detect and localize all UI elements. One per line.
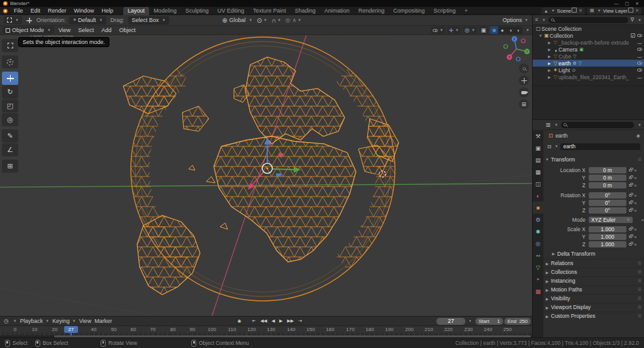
axis-neg-z-ball[interactable] bbox=[516, 57, 520, 61]
tab-compositing[interactable]: Compositing bbox=[389, 7, 429, 15]
next-keyframe-button[interactable]: ▶▶ bbox=[285, 318, 296, 325]
timeline-marker-menu[interactable]: Marker bbox=[94, 318, 112, 324]
show-overlays-toggle[interactable]: ◎ ▼ bbox=[463, 26, 477, 34]
view-layer-name[interactable]: View Layer bbox=[603, 8, 628, 14]
tool-cursor[interactable]: + bbox=[2, 55, 18, 68]
modifier-wrench-icon[interactable]: ⚙ bbox=[572, 61, 576, 66]
minimize-button[interactable]: — bbox=[614, 1, 619, 6]
viewport-menu-select[interactable]: Select bbox=[75, 27, 97, 33]
tab-shading[interactable]: Shading bbox=[291, 7, 320, 15]
pivot-point-dropdown[interactable]: ⊙ ▼ bbox=[257, 17, 267, 24]
object-type-visibility-dropdown[interactable]: ▼ bbox=[431, 26, 445, 34]
add-workspace-button[interactable]: + bbox=[460, 7, 472, 15]
object-name[interactable]: Camera bbox=[558, 46, 577, 53]
object-name[interactable]: _backup-earth-before extrude_clean_up bbox=[558, 40, 629, 46]
jump-to-end-button[interactable]: ⇥ bbox=[296, 318, 304, 325]
tab-scripting[interactable]: Scripting bbox=[429, 7, 460, 15]
viewport-menu-object[interactable]: Object bbox=[116, 27, 138, 33]
tab-render[interactable]: ▣ bbox=[533, 142, 543, 154]
panel-viewport-display[interactable]: ▶Viewport Display☰ bbox=[543, 303, 644, 311]
value-field[interactable]: 0° bbox=[589, 207, 626, 214]
mesh-data-icon[interactable]: ▽ bbox=[579, 61, 582, 66]
transform-panel-header[interactable]: ▼ Transform ☰ bbox=[543, 155, 644, 163]
active-tool-selector[interactable]: ▼ bbox=[4, 16, 22, 24]
tab-uv-editing[interactable]: UV Editing bbox=[213, 7, 249, 15]
panel-relations[interactable]: ▶Relations☰ bbox=[543, 259, 644, 267]
disclosure-icon[interactable]: ▶ bbox=[547, 47, 552, 52]
navigation-gizmo[interactable]: Z Y X bbox=[504, 36, 530, 61]
tab-texture-paint[interactable]: Texture Paint bbox=[248, 7, 291, 15]
lock-icon[interactable] bbox=[629, 236, 632, 238]
shading-solid-button[interactable]: ● bbox=[498, 26, 506, 34]
filter-funnel-icon[interactable]: ∇ bbox=[631, 17, 634, 23]
shading-material-button[interactable]: ◑ bbox=[506, 26, 514, 34]
tab-modifiers[interactable]: ⚙ bbox=[533, 214, 543, 226]
tab-scene[interactable]: ◫ bbox=[533, 178, 543, 190]
tab-particles[interactable]: ✱ bbox=[533, 226, 543, 237]
disclosure-icon[interactable]: ▶ bbox=[547, 68, 552, 72]
transform-orientation-dropdown[interactable]: ⊕ Global ▼ bbox=[222, 17, 252, 24]
shading-wireframe-button[interactable]: ⊕ bbox=[490, 26, 498, 34]
lock-icon[interactable] bbox=[629, 194, 632, 197]
snap-controls[interactable]: ∩ ▼ bbox=[272, 17, 281, 24]
value-field[interactable]: 0° bbox=[589, 200, 626, 206]
scene-selector[interactable]: ▲ ▼ Scene ✕ bbox=[541, 8, 585, 14]
options-dropdown[interactable]: Options ▼ bbox=[502, 17, 528, 23]
display-mode-icon[interactable]: ≡ bbox=[535, 17, 538, 23]
lock-icon[interactable] bbox=[629, 169, 632, 171]
perspective-toggle-button[interactable]: ⊞ bbox=[519, 99, 529, 109]
disclosure-icon[interactable]: ▶ bbox=[547, 75, 552, 79]
object-name[interactable]: Cube bbox=[558, 53, 571, 60]
unlink-scene-icon[interactable]: ✕ bbox=[579, 8, 582, 13]
remove-layer-icon[interactable]: ✕ bbox=[635, 8, 639, 13]
menu-file[interactable]: File bbox=[10, 7, 27, 15]
panel-visibility[interactable]: ▶Visibility☰ bbox=[543, 294, 644, 302]
stopwatch-icon[interactable]: ◔ bbox=[468, 318, 471, 324]
tool-transform[interactable]: ◎ bbox=[2, 113, 18, 126]
panel-instancing[interactable]: ▶Instancing☰ bbox=[543, 276, 644, 285]
animate-dot-icon[interactable] bbox=[635, 244, 636, 246]
animate-dot-icon[interactable] bbox=[635, 229, 636, 231]
play-reverse-button[interactable]: ◀ bbox=[270, 318, 277, 325]
animate-dot-icon[interactable] bbox=[635, 195, 636, 197]
animate-dot-icon[interactable] bbox=[635, 177, 636, 179]
tool-add-cube[interactable]: ⊞ bbox=[2, 160, 18, 173]
tool-annotate[interactable]: ✎ bbox=[2, 129, 18, 143]
value-field[interactable]: 0 m bbox=[589, 175, 626, 181]
viewport-menu-view[interactable]: View bbox=[55, 27, 74, 33]
shading-rendered-button[interactable]: ◐ bbox=[514, 26, 523, 34]
eye-icon[interactable] bbox=[637, 34, 642, 37]
breadcrumb-object-name[interactable]: earth bbox=[555, 133, 567, 139]
proportional-editing-controls[interactable]: ◎ ∧ ▼ bbox=[286, 17, 301, 23]
lock-icon[interactable] bbox=[629, 202, 632, 204]
disclosure-icon[interactable]: ▶ bbox=[547, 61, 552, 65]
viewport-menu-add[interactable]: Add bbox=[98, 27, 114, 33]
playhead-line[interactable] bbox=[70, 333, 72, 335]
tab-physics[interactable]: ◎ bbox=[533, 237, 543, 249]
keying-menu[interactable]: Keying▼ bbox=[52, 318, 75, 324]
tab-sculpting[interactable]: Sculpting bbox=[181, 7, 213, 15]
current-frame-field[interactable]: 27 bbox=[436, 318, 465, 325]
axis-neg-y-ball[interactable] bbox=[504, 45, 508, 48]
menu-edit[interactable]: Edit bbox=[27, 7, 45, 15]
mesh-data-icon[interactable]: ▽ bbox=[573, 54, 576, 59]
chevron-down-icon[interactable]: ▼ bbox=[526, 28, 530, 32]
object-name[interactable]: earth bbox=[558, 60, 570, 67]
tab-world[interactable]: ◐ bbox=[533, 190, 543, 202]
close-button[interactable]: ✕ bbox=[635, 1, 639, 6]
value-field[interactable]: 0 m bbox=[589, 182, 626, 188]
tool-scale[interactable]: ◰ bbox=[2, 99, 18, 112]
jump-to-start-button[interactable]: ⇤ bbox=[250, 318, 258, 325]
animate-dot-icon[interactable] bbox=[635, 170, 636, 171]
collection-checkbox[interactable]: ✓ bbox=[631, 33, 635, 38]
outliner-row-light[interactable]: ▶ ☀ Light ⊙ bbox=[533, 67, 644, 73]
disclosure-icon[interactable]: ▶ bbox=[547, 40, 552, 45]
timeline-ruler[interactable]: 0 10 20 30 40 50 60 70 80 90 100 110 120… bbox=[0, 326, 532, 333]
value-field[interactable]: 1.000 bbox=[589, 226, 626, 232]
tab-layout[interactable]: Layout bbox=[123, 7, 149, 15]
orientation-dropdown[interactable]: ⌖ Default ▼ bbox=[69, 16, 106, 24]
value-field[interactable]: 0 m bbox=[589, 167, 626, 173]
playback-menu[interactable]: Playback▼ bbox=[20, 318, 49, 324]
tool-measure[interactable]: ∠ bbox=[2, 143, 18, 156]
mode-dropdown[interactable]: XYZ Euler▼ bbox=[589, 217, 633, 223]
